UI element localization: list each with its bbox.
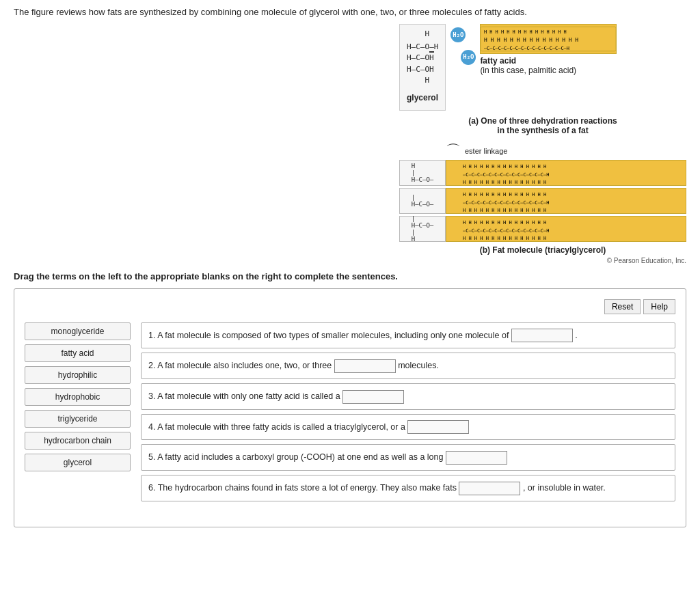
sentence-2: 2. A fat molecule also includes one, two…: [141, 353, 675, 379]
svg-text:H H H H H H H H H H H H H H H: H H H H H H H H H H H H H H H: [463, 192, 546, 197]
fat-molecule-diagram: ⌒ ester linkage H|H–C–O– H H H H H H H H…: [399, 143, 686, 242]
sentence-4: 4. A fat molecule with three fatty acids…: [141, 414, 675, 441]
sentence-5-blank[interactable]: [446, 451, 507, 465]
sentence-3-text-before: 3. A fat molecule with only one fatty ac…: [148, 391, 340, 401]
reset-button[interactable]: Reset: [604, 299, 641, 314]
chain-row3: H H H H H H H H H H H H H H H –C–C–C–C–C…: [446, 216, 686, 242]
glycerol-row1: H|H–C–O–: [399, 160, 446, 186]
caption-a-line1: (a) One of three dehydration reactions: [399, 116, 686, 126]
sentence-6-blank[interactable]: [459, 482, 520, 495]
sentence-1: 1. A fat molecule is composed of two typ…: [141, 322, 675, 349]
term-triglyceride[interactable]: triglyceride: [25, 410, 131, 428]
svg-text:–C–C–C–C–C–C–C–C–C–C–C–C–C–C–H: –C–C–C–C–C–C–C–C–C–C–C–C–C–C–H: [463, 228, 549, 234]
sentence-2-blank[interactable]: [334, 359, 396, 373]
sentence-3-blank[interactable]: [342, 390, 404, 404]
sentences-section: 1. A fat molecule is composed of two typ…: [141, 322, 675, 501]
sentence-4-text-before: 4. A fat molecule with three fatty acids…: [148, 422, 405, 432]
term-glycerol[interactable]: glycerol: [25, 454, 131, 471]
sentence-6-text-before: 6. The hydrocarbon chains found in fats …: [148, 483, 457, 493]
svg-text:H H H H H H H H H H H H H H H: H H H H H H H H H H H H H H H: [463, 236, 546, 241]
sentence-6: 6. The hydrocarbon chains found in fats …: [141, 475, 675, 501]
glycerol-row2: |H–C–O–: [399, 188, 446, 214]
sentence-5-text-before: 5. A fatty acid includes a carboxyl grou…: [148, 452, 443, 462]
svg-text:–C–C–C–C–C–C–C–C–C–C–C–C–C–C–H: –C–C–C–C–C–C–C–C–C–C–C–C–C–C–H: [484, 46, 569, 51]
sentence-2-text-after: molecules.: [398, 361, 439, 370]
term-monoglyceride[interactable]: monoglyceride: [25, 322, 131, 340]
glycerol-row3: |H–C–O–|H: [399, 216, 446, 242]
caption-a-line2: in the synthesis of a fat: [399, 126, 686, 135]
glycerol-structure: H₂O H H–C–O–H H–C–OH H₂O H–C–OH: [399, 24, 446, 111]
svg-text:H H H H H H H H H H H H H H H: H H H H H H H H H H H H H H H: [463, 164, 546, 169]
sentence-1-blank[interactable]: [511, 329, 573, 342]
drag-terms-panel: monoglyceride fatty acid hydrophilic hyd…: [25, 322, 131, 501]
sentence-6-text-after: , or insoluble in water.: [523, 483, 606, 493]
fatty-acid-label: fatty acid (in this case, palmitic acid): [480, 56, 617, 75]
sentence-1-text-after: .: [575, 331, 577, 340]
term-fatty-acid[interactable]: fatty acid: [25, 344, 131, 362]
term-hydrophobic[interactable]: hydrophobic: [25, 388, 131, 406]
svg-text:H H H H H H H H H H H H H H H: H H H H H H H H H H H H H H H: [484, 29, 567, 35]
svg-text:H H H H H H H H H H H H H H H: H H H H H H H H H H H H H H H: [463, 208, 546, 213]
sentence-1-text-before: 1. A fat molecule is composed of two typ…: [148, 331, 509, 340]
figure-container: H₂O H H–C–O–H H–C–OH H₂O H–C–OH: [399, 24, 686, 264]
pearson-credit: © Pearson Education, Inc.: [399, 257, 686, 264]
svg-text:–C–C–C–C–C–C–C–C–C–C–C–C–C–C–H: –C–C–C–C–C–C–C–C–C–C–C–C–C–C–H: [463, 172, 549, 178]
activity-box: Reset Help monoglyceride fatty acid hydr…: [14, 288, 686, 527]
sentence-5: 5. A fatty acid includes a carboxyl grou…: [141, 444, 675, 471]
term-hydrocarbon-chain[interactable]: hydrocarbon chain: [25, 432, 131, 450]
activity-instruction: Drag the terms on the left to the approp…: [14, 271, 686, 281]
svg-text:H H H H H H H H H H H H H H H: H H H H H H H H H H H H H H H: [463, 180, 546, 185]
svg-text:H H H H H H H H H H H H H H H: H H H H H H H H H H H H H H H: [463, 220, 546, 225]
chain-row2: H H H H H H H H H H H H H H H –C–C–C–C–C…: [446, 188, 686, 214]
sentence-4-blank[interactable]: [407, 420, 469, 434]
term-hydrophilic[interactable]: hydrophilic: [25, 366, 131, 384]
svg-text:–C–C–C–C–C–C–C–C–C–C–C–C–C–C–H: –C–C–C–C–C–C–C–C–C–C–C–C–C–C–H: [463, 200, 549, 206]
h2o-bubble-1: H₂O: [450, 27, 466, 42]
svg-text:H H H H H H H H H H H H H H H: H H H H H H H H H H H H H H H: [484, 37, 578, 43]
help-button[interactable]: Help: [643, 299, 675, 314]
fatty-acid-chain-a: H H H H H H H H H H H H H H H –C–C–C–C–C…: [480, 24, 617, 54]
caption-b: (b) Fat molecule (triacylglycerol): [399, 245, 686, 255]
sentence-2-text-before: 2. A fat molecule also includes one, two…: [148, 361, 332, 370]
ester-linkage-label: ester linkage: [465, 147, 507, 155]
h2o-bubble-2: H₂O: [461, 50, 476, 65]
fatty-acid-figure: H H H H H H H H H H H H H H H –C–C–C–C–C…: [480, 24, 617, 75]
sentence-3: 3. A fat molecule with only one fatty ac…: [141, 383, 675, 410]
ester-brace: ⌒: [446, 143, 461, 158]
chain-row1: H H H H H H H H H H H H H H H –C–C–C–C–C…: [446, 160, 686, 186]
intro-text: The figure reviews how fats are synthesi…: [14, 7, 686, 17]
glycerol-label: glycerol: [407, 89, 438, 106]
